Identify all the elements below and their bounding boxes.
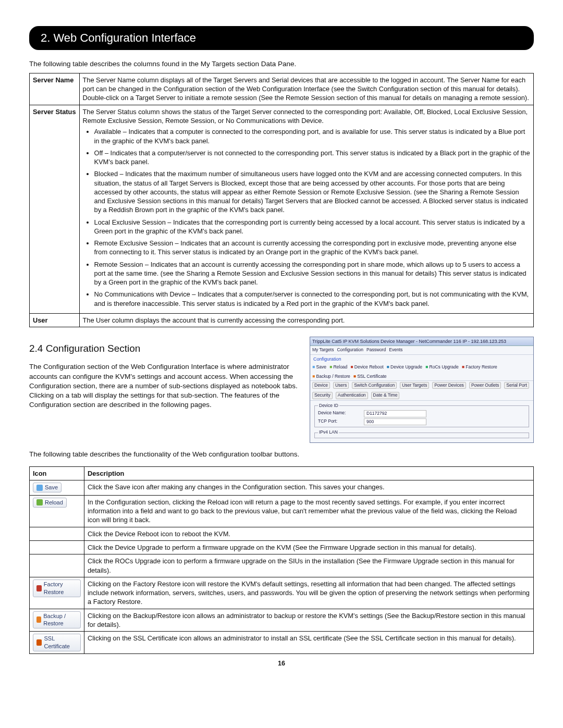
section-header: 2. Web Configuration Interface — [29, 26, 534, 50]
toolbar-device-upgrade[interactable]: Device Upgrade — [387, 364, 422, 370]
desc-backup-restore: Clicking on the Backup/Restore icon allo… — [84, 609, 534, 632]
top-tabs: My Targets Configuration Password Events — [310, 346, 533, 354]
backup-restore-icon — [36, 616, 41, 623]
data-pane-columns-table: Server Name The Server Name column displ… — [29, 73, 534, 327]
sub-tabs: Device Users Switch Configuration User T… — [310, 381, 533, 401]
desc-ssl-certificate: Clicking on the SSL Certificate icon all… — [84, 632, 534, 654]
status-remote-exclusive: Remote Exclusive Session – Indicates tha… — [94, 239, 530, 257]
subtab-users[interactable]: Users — [333, 382, 349, 389]
window-title: TrippLite Cat5 IP KVM Solutions Device M… — [310, 337, 533, 346]
th-icon: Icon — [30, 467, 84, 480]
intro-text: The following table describes the column… — [29, 59, 534, 69]
icon-device-reboot-cell — [30, 527, 84, 540]
desc-device-upgrade: Click the Device Upgrade to perform a fi… — [84, 541, 534, 554]
toolbar-factory-restore[interactable]: Factory Restore — [462, 364, 497, 370]
status-blocked: Blocked – Indicates that the maximum num… — [94, 169, 530, 214]
configuration-screenshot: TrippLite Cat5 IP KVM Solutions Device M… — [310, 337, 534, 443]
status-lead: The Server Status column shows the statu… — [83, 107, 530, 126]
device-form: Device ID Device Name: D1172792 TCP Port… — [310, 401, 533, 442]
icon-device-upgrade-cell — [30, 541, 84, 554]
status-no-comm: No Communications with Device – Indicate… — [94, 290, 530, 308]
icon-reload-button[interactable]: Reload — [33, 498, 67, 508]
subtab-switch-config[interactable]: Switch Configuration — [352, 382, 397, 389]
status-off: Off – Indicates that a computer/server i… — [94, 149, 530, 167]
subtab-power-outlets[interactable]: Power Outlets — [469, 382, 501, 389]
subtab-power-devices[interactable]: Power Devices — [432, 382, 466, 389]
subtab-date-time[interactable]: Date & Time — [371, 392, 400, 399]
status-local-exclusive: Local Exclusive Session – Indicates that… — [94, 218, 530, 236]
col-server-status-h: Server Status — [30, 105, 80, 313]
col-user-h: User — [30, 314, 80, 327]
tab-password[interactable]: Password — [366, 347, 386, 353]
fieldset-ipv4-lan: IPv4 LAN — [318, 429, 339, 435]
section-2-4-heading: 2.4 Configuration Section — [29, 342, 299, 355]
save-icon — [36, 485, 43, 491]
col-server-name-h: Server Name — [30, 73, 80, 105]
col-server-status-desc: The Server Status column shows the statu… — [79, 105, 533, 313]
fieldset-device-id: Device ID — [318, 403, 339, 409]
icon-ssl-certificate-button[interactable]: SSL Certificate — [33, 634, 81, 651]
subtab-device[interactable]: Device — [312, 382, 330, 389]
toolbar-intro: The following table describes the functi… — [29, 450, 534, 459]
tab-configuration[interactable]: Configuration — [337, 347, 363, 353]
desc-rocs-upgrade: Click the ROCs Upgrade icon to perform a… — [84, 554, 534, 577]
desc-save: Click the Save icon after making any cha… — [84, 480, 534, 496]
icon-backup-restore-button[interactable]: Backup / Restore — [33, 611, 81, 629]
reload-icon — [36, 499, 43, 505]
label-device-name: Device Name: — [318, 410, 360, 417]
toolbar-save[interactable]: Save — [312, 364, 326, 370]
subtab-serial-port[interactable]: Serial Port — [504, 382, 529, 389]
configuration-label: Configuration — [310, 355, 533, 363]
desc-device-reboot: Click the Device Reboot icon to reboot t… — [84, 527, 534, 540]
status-remote-session: Remote Session – Indicates that an accou… — [94, 260, 530, 287]
subtab-authentication[interactable]: Authentication — [336, 392, 368, 399]
page-number: 16 — [29, 659, 534, 668]
col-server-name-desc: The Server Name column displays all of t… — [79, 73, 533, 105]
toolbar-rocs-upgrade[interactable]: RoCs Upgrade — [425, 364, 459, 370]
factory-restore-icon — [36, 585, 42, 591]
desc-reload: In the Configuration section, clicking t… — [84, 495, 534, 527]
toolbar-backup-restore[interactable]: Backup / Restore — [312, 374, 350, 379]
icon-rocs-upgrade-cell — [30, 554, 84, 577]
toolbar-reload[interactable]: Reload — [329, 364, 347, 370]
toolbar-icons-table: Icon Description Save Click the Save ico… — [29, 466, 534, 654]
icon-factory-restore-button[interactable]: Factory Restore — [33, 579, 81, 597]
input-tcp-port[interactable]: 900 — [364, 418, 426, 425]
subtab-security[interactable]: Security — [312, 392, 333, 399]
th-description: Description — [84, 467, 534, 480]
status-list: Available – Indicates that a computer is… — [83, 127, 530, 308]
col-user-desc: The User column displays the account tha… — [79, 314, 533, 327]
tab-events[interactable]: Events — [389, 347, 402, 353]
tab-my-targets[interactable]: My Targets — [312, 347, 334, 353]
ssl-certificate-icon — [36, 639, 42, 646]
label-tcp-port: TCP Port: — [318, 418, 360, 425]
status-available: Available – Indicates that a computer is… — [94, 127, 530, 145]
section-2-4-body: The Configuration section of the Web Con… — [29, 362, 299, 410]
icon-save-button[interactable]: Save — [33, 483, 62, 492]
toolbar-device-reboot[interactable]: Device Reboot — [350, 364, 383, 370]
toolbar: Save Reload Device Reboot Device Upgrade… — [310, 363, 533, 381]
subtab-user-targets[interactable]: User Targets — [400, 382, 429, 389]
toolbar-ssl-certificate[interactable]: SSL Certificate — [353, 374, 387, 379]
input-device-name[interactable]: D1172792 — [364, 410, 426, 417]
desc-factory-restore: Clicking on the Factory Restore icon wil… — [84, 577, 534, 609]
